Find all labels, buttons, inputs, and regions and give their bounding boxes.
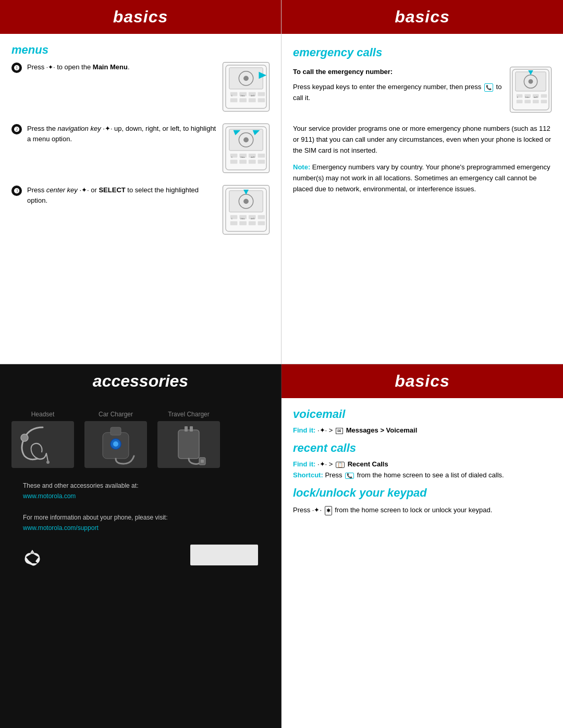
top-right-header: basics — [282, 0, 563, 34]
step-1-number: ❶ — [11, 63, 22, 73]
accessory-car-charger: Car Charger — [84, 411, 147, 468]
svg-text:def3: def3 — [251, 217, 255, 220]
recent-calls-shortcut: Shortcut: Press 📞 from the home screen t… — [293, 471, 552, 479]
step-3-number: ❸ — [11, 186, 22, 196]
svg-point-70 — [113, 441, 118, 447]
svg-text:1: 1 — [517, 96, 518, 98]
recent-calls-icon: 📋 — [336, 462, 345, 468]
accessories-footer: These and other accessories available at… — [11, 480, 270, 534]
svg-rect-60 — [541, 100, 547, 104]
emergency-top-block: To call the emergency number: Press keyp… — [293, 67, 552, 116]
svg-rect-57 — [517, 100, 523, 104]
recent-calls-find-it-label: Find it: — [293, 460, 315, 468]
svg-rect-59 — [533, 100, 539, 104]
call-icon: 📞 — [484, 83, 493, 92]
emergency-heading: To call the emergency number: — [293, 68, 393, 76]
travel-charger-image — [157, 421, 220, 468]
svg-text:1: 1 — [231, 94, 232, 97]
svg-rect-24 — [230, 160, 238, 164]
car-charger-label: Car Charger — [99, 411, 133, 418]
accessory-headset: Headset — [11, 411, 74, 468]
svg-rect-26 — [249, 160, 256, 164]
voicemail-path-text: Messages > Voicemail — [346, 426, 418, 434]
shortcut-phone-icon: 📞 — [345, 473, 354, 479]
motorola-url-1: www.motorola.com — [23, 492, 76, 500]
top-left-quadrant: basics menus ❶ Press ·✦· to open the Mai… — [0, 0, 282, 364]
motorola-url-2: www.motorola.com/support — [23, 524, 99, 532]
svg-rect-40 — [258, 215, 265, 219]
emergency-para1: Press keypad keys to enter the emergency… — [293, 82, 503, 104]
svg-text:2abc: 2abc — [240, 156, 245, 158]
top-right-quadrant: basics emergency calls To call the emerg… — [282, 0, 563, 364]
footer-line-1: These and other accessories available at… — [23, 480, 258, 502]
svg-text:1: 1 — [231, 156, 232, 158]
messages-icon: ✉ — [336, 428, 343, 434]
svg-point-19 — [243, 137, 249, 142]
svg-text:2abc: 2abc — [240, 217, 245, 220]
footer-line-2: For more information about your phone, p… — [23, 512, 258, 534]
shortcut-label: Shortcut: — [293, 471, 323, 479]
phone-diagram-1: 1 2abc def3 — [223, 62, 270, 113]
emergency-note: Note: Emergency numbers vary by country.… — [293, 162, 552, 194]
svg-rect-27 — [258, 160, 265, 164]
phone-diagram-3: 1 2abc def3 — [223, 185, 270, 236]
top-left-header: basics — [0, 0, 281, 34]
svg-rect-9 — [239, 98, 247, 103]
accessories-header: accessories — [0, 364, 281, 398]
svg-text:2abc: 2abc — [240, 94, 245, 97]
svg-text:def3: def3 — [251, 94, 255, 97]
svg-rect-68 — [111, 427, 121, 435]
svg-rect-73 — [190, 426, 193, 431]
recycle-icon — [23, 548, 42, 566]
svg-rect-56 — [541, 94, 547, 98]
emergency-phone-diagram: 1 2abc def3 — [510, 67, 552, 116]
bottom-left-quadrant: accessories Headset — [0, 364, 282, 729]
svg-rect-72 — [185, 426, 188, 431]
svg-rect-42 — [239, 221, 247, 226]
step-1-text: Press ·✦· to open the Main Menu. — [27, 62, 217, 72]
svg-rect-41 — [230, 221, 238, 226]
menu-step-3: ❸ Press center key ·✦· or SELECT to sele… — [11, 185, 270, 236]
menu-step-1: ❶ Press ·✦· to open the Main Menu. — [11, 62, 270, 113]
svg-point-36 — [243, 199, 249, 204]
svg-point-3 — [243, 76, 249, 81]
phone-diagram-2: 1 2abc def3 — [223, 124, 270, 175]
svg-rect-7 — [258, 92, 265, 96]
svg-rect-8 — [230, 98, 238, 103]
recent-calls-nav-key: ·✦· > — [317, 460, 335, 468]
svg-rect-71 — [178, 430, 199, 459]
menu-step-2: ❷ Press the navigation key ·✦· up, down,… — [11, 124, 270, 175]
emergency-para2: Your service provider programs one or mo… — [293, 124, 552, 156]
step-2-number: ❷ — [11, 124, 22, 134]
recent-calls-title: recent calls — [293, 441, 552, 455]
recent-calls-find-it: Find it: ·✦· > 📋 Recent Calls — [293, 460, 552, 468]
svg-text:1: 1 — [231, 217, 232, 220]
svg-rect-75 — [201, 460, 204, 463]
svg-rect-58 — [524, 100, 531, 104]
accessory-travel-charger: Travel Charger — [157, 411, 220, 468]
star-key-icon: ✱ — [325, 506, 332, 515]
accessories-bottom-row — [11, 538, 270, 572]
svg-point-66 — [46, 461, 50, 464]
svg-text:def3: def3 — [251, 156, 255, 158]
emergency-text: To call the emergency number: Press keyp… — [293, 67, 503, 116]
svg-point-65 — [21, 434, 28, 441]
svg-rect-23 — [258, 154, 265, 158]
svg-rect-25 — [239, 160, 247, 164]
headset-label: Headset — [31, 411, 55, 418]
bottom-right-header: basics — [282, 364, 563, 398]
svg-rect-11 — [258, 98, 265, 103]
menus-title: menus — [11, 43, 270, 57]
voicemail-find-it-label: Find it: — [293, 426, 315, 434]
svg-rect-44 — [258, 221, 265, 226]
headset-image — [11, 421, 74, 468]
note-text: Emergency numbers vary by country. Your … — [293, 163, 550, 193]
barcode-placeholder — [190, 545, 258, 565]
car-charger-image — [84, 421, 147, 468]
step-2-text: Press the navigation key ·✦· up, down, r… — [27, 124, 217, 144]
svg-text:2abc: 2abc — [525, 96, 529, 98]
svg-rect-10 — [249, 98, 256, 103]
note-label: Note: — [293, 163, 310, 171]
svg-text:def3: def3 — [534, 96, 538, 98]
emergency-calls-title: emergency calls — [293, 43, 552, 61]
